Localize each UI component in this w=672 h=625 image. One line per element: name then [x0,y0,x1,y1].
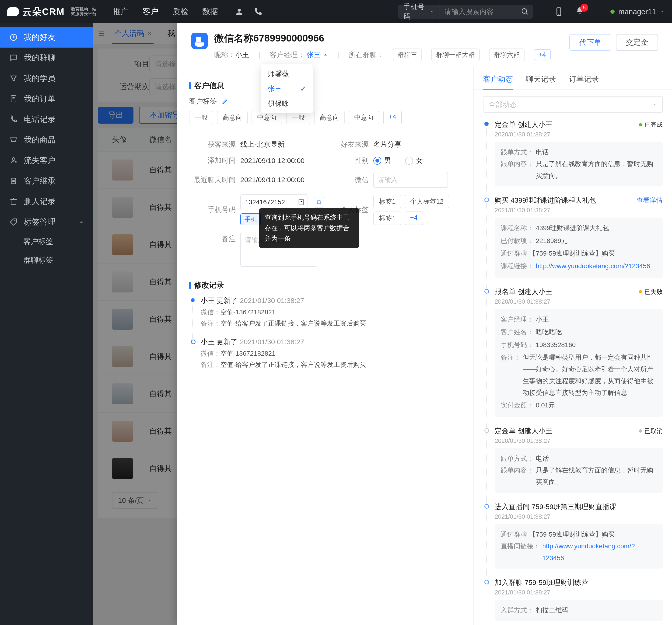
chevron-down-icon [660,9,665,14]
top-extra-icons [235,7,263,16]
timeline-time: 2021/01/30 01:38:27 [495,207,663,214]
remark-label: 备注 [189,232,240,244]
manager-option[interactable]: 俱保咏 [261,96,313,111]
notifications[interactable]: 5 [575,6,584,17]
search-type-select[interactable]: 手机号码 [398,2,440,21]
search-input[interactable] [440,8,517,16]
phone-exists-tooltip: 查询到此手机号码在系统中已存在，可以将两条客户数据合并为一条 [259,208,359,248]
person-icon[interactable] [235,7,244,16]
topnav-qc[interactable]: 质检 [172,6,188,17]
check-icon: ✓ [300,85,306,93]
chat-icon [9,54,18,62]
personal-tag-more[interactable]: +4 [405,211,423,225]
edit-icon[interactable] [222,98,228,105]
topnav-data[interactable]: 数据 [202,6,218,17]
section-customer-info: 客户信息 [189,81,461,91]
radio-female[interactable]: 女 [405,156,423,165]
copy-icon[interactable] [314,197,324,207]
status-dot-icon [610,9,615,14]
timeline-head: 定金单 创建人小王已取消 [495,426,663,436]
source-value: 线上-北京昱新 [240,140,324,149]
timeline-item: 购买 4399理财课进阶课程大礼包查看详情2021/01/30 01:38:27… [483,196,663,287]
nav-lost-customers[interactable]: 流失客户 [0,150,93,171]
timeline-card: 通过群聊【759-59班理财训练营】购买直播间链接：http://www.yun… [495,524,663,569]
nav-call-log[interactable]: 电话记录 [0,109,93,130]
timeline-head: 进入直播间 759-59班第三期理财直播课 [495,502,663,512]
nav-group-tags[interactable]: 群聊标签 [0,251,93,270]
username: manager11 [618,7,656,16]
topbar: 云朵CRM 教育机构一站式服务云平台 推广 客户 质检 数据 手机号码 5 ma… [0,0,672,23]
radio-male[interactable]: 男 [373,156,391,165]
timeline-item: 进入直播间 759-59班第三期理财直播课2021/01/30 01:38:27… [483,502,663,578]
group-chip-more[interactable]: +4 [534,49,551,60]
manager-dropdown: 师馨薇 张三✓ 俱保咏 [261,64,313,113]
nav-my-groups[interactable]: 我的群聊 [0,48,93,68]
wechat-input[interactable] [373,172,448,188]
activity-timeline: 定金单 创建人小王已完成2020/01/30 01:38:27跟单方式：电话跟单… [474,115,672,625]
tab-orders[interactable]: 订单记录 [569,74,599,89]
timeline-head: 加入群聊 759-59班理财训练营 [495,578,663,588]
nav-my-friends[interactable]: 我的好友 [0,27,93,48]
topnav-customer[interactable]: 客户 [143,6,159,17]
phone-log-icon [9,115,18,124]
customer-tag-more[interactable]: +4 [383,111,402,124]
customer-tag[interactable]: 中意向 [349,111,379,124]
proxy-order-button[interactable]: 代下单 [569,34,611,51]
topnav-promote[interactable]: 推广 [113,6,128,17]
source-label: 获客来源 [189,140,240,149]
manager-select[interactable]: 客户经理：张三 [270,50,328,60]
svg-point-0 [238,9,241,12]
timeline-head: 报名单 创建人小王已失败 [495,287,663,297]
personal-tags: 标签1 个人标签12 标签1 +4 [373,195,457,225]
nav-my-products[interactable]: 我的商品 [0,130,93,150]
user-menu[interactable]: manager11 [601,7,665,16]
customer-tag[interactable]: 高意向 [314,111,345,124]
manager-option[interactable]: 师馨薇 [261,66,313,81]
chevron-up-icon [79,220,84,225]
search-button[interactable] [517,8,533,16]
group-chip[interactable]: 群聊三 [393,49,422,61]
info-grid: 获客来源 线上-北京昱新 好友来源 名片分享 添加时间 2021/09/10 1… [189,133,461,269]
top-nav: 推广 客户 质检 数据 [113,6,218,17]
nav-tag-manage[interactable]: 标签管理 [0,212,93,232]
view-details-link[interactable]: 查看详情 [637,196,663,205]
tab-activity[interactable]: 客户动态 [483,74,513,89]
customer-tag[interactable]: 一般 [189,111,213,124]
phone-tag[interactable]: 手机 [240,214,261,225]
info-column: 客户信息 客户标签 一般 高意向 中意向 一般 高意向 中意向 +4 获客来源 … [177,67,474,625]
group-chip[interactable]: 群聊一群大群 [431,49,480,61]
customer-tag[interactable]: 高意向 [217,111,248,124]
phone-icon[interactable] [253,7,263,16]
tag-row: 一般 高意向 中意向 一般 高意向 中意向 +4 [189,111,461,124]
nav-delete-log[interactable]: 删人记录 [0,191,93,212]
nav-customer-tags[interactable]: 客户标签 [0,232,93,251]
lastchat-label: 最近聊天时间 [189,175,240,185]
activity-filter-select[interactable]: 全部动态 [483,96,663,113]
timeline-card: 课程名称：4399理财课进阶课大礼包已付款项：2218989元通过群聊【759-… [495,218,663,278]
friend-source-label: 好友来源 [324,140,373,149]
svg-point-3 [558,14,559,15]
filter-icon [9,74,18,82]
contacts-icon[interactable] [298,199,305,206]
nav-my-students[interactable]: 我的学员 [0,68,93,89]
manager-option[interactable]: 张三✓ [261,81,313,96]
tab-chat[interactable]: 聊天记录 [526,74,556,89]
logo-subtext: 教育机构一站式服务云平台 [68,7,96,16]
deposit-button[interactable]: 交定金 [616,34,658,51]
timeline-card: 跟单方式：电话跟单内容：只是了解在线教育方面的信息，暂时无购买意向。 [495,448,663,493]
gender-label: 性别 [324,156,373,165]
personal-tag[interactable]: 标签1 [373,195,401,208]
timeline-card: 客户经理：小王客户姓名：唔吃唔吃手机号码：19833528160备注：但无论是哪… [495,309,663,417]
nav-inherit[interactable]: 客户继承 [0,171,93,191]
logo[interactable]: 云朵CRM 教育机构一站式服务云平台 [7,5,96,18]
timeline-card: 跟单方式：电话跟单内容：只是了解在线教育方面的信息，暂时无购买意向。 [495,142,663,186]
lost-icon [9,156,18,165]
personal-tag[interactable]: 个人标签12 [405,195,449,208]
mobile-icon[interactable] [554,7,563,16]
left-nav: 我的好友 我的群聊 我的学员 我的订单 电话记录 我的商品 流失客户 客户继承 … [0,23,93,625]
status-badge: 已失败 [639,288,663,296]
global-search: 手机号码 [398,5,533,19]
nav-my-orders[interactable]: 我的订单 [0,89,93,109]
personal-tag[interactable]: 标签1 [373,211,401,225]
group-chip[interactable]: 群聊六群 [489,49,525,61]
